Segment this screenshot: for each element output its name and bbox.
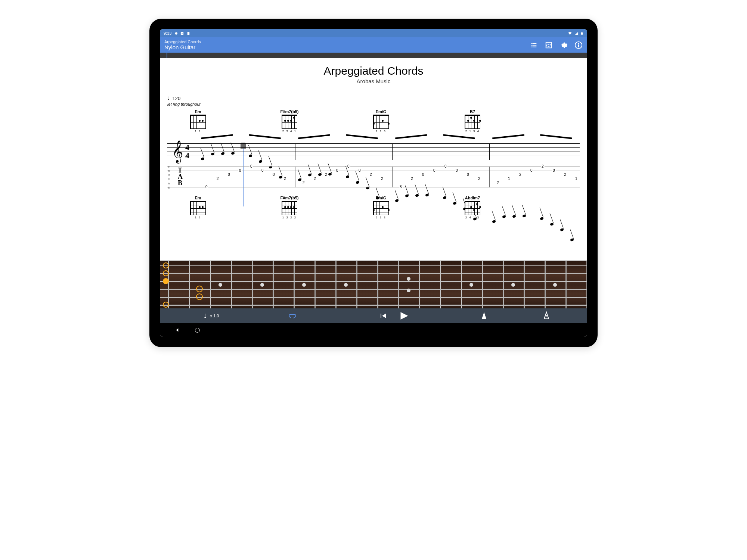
back-icon[interactable] [175, 327, 180, 333]
standard-staff: 𝄞 4 4 document.write((function(){let s='… [167, 143, 580, 160]
svg-rect-8 [578, 44, 579, 47]
play-icon[interactable] [398, 310, 409, 321]
chord-icon[interactable]: C7 [545, 41, 553, 49]
tab-fret-number: 0 [444, 164, 447, 168]
tab-fret-number: 1 [507, 177, 511, 181]
tab-fret-number: 2 [302, 181, 306, 185]
tab-fret-number: 0 [358, 168, 362, 172]
battery-icon [580, 31, 583, 36]
chord-diagram: Em/G 2 1 3 [370, 109, 392, 133]
tab-fret-number: 0 [227, 172, 231, 177]
app-bar-subtitle: Nylon Guitar [164, 44, 201, 50]
string-labels: EBGDAE [168, 165, 170, 190]
tab-fret-number: 0 [433, 168, 436, 172]
progress-strip[interactable] [160, 53, 587, 58]
clipboard-icon [186, 31, 190, 35]
loop-icon[interactable] [288, 311, 297, 320]
tab-fret-number: 0 [466, 172, 470, 177]
tab-fret-number: 2 [283, 177, 287, 181]
settings-icon[interactable] [560, 41, 568, 49]
tab-staff: EBGDAE TAB 02000002222000223200000221202… [167, 167, 580, 187]
tablet-frame: 9:33 A Arpeggiated Chords Nylon Guitar C… [149, 19, 598, 347]
instruction-text: let ring throughout [167, 102, 580, 106]
previous-icon[interactable] [378, 311, 387, 320]
app-bar-title: Arpeggiated Chords [164, 40, 201, 44]
chord-diagram: F#m7(b5) 2 3 4 1 [278, 109, 301, 133]
tab-fret-number: 0 [249, 164, 253, 168]
tab-fret-number: 0 [205, 185, 208, 189]
svg-point-7 [578, 43, 579, 44]
tempo-marking: ♩=120 [167, 96, 580, 101]
tab-fret-number: 2 [563, 172, 567, 177]
tab-fret-number: 2 [324, 172, 328, 177]
screen: 9:33 A Arpeggiated Chords Nylon Guitar C… [160, 29, 587, 337]
chord-row-1: Em 1 2 F#m7(b5) 2 3 4 1 Em/G 2 1 3 B7 2 … [167, 109, 580, 133]
chord-diagram: Abdim7 2 4 1 3 [461, 196, 484, 219]
tab-fret-number: 2 [380, 177, 384, 181]
tab-fret-number: 0 [335, 168, 339, 172]
metronome-icon[interactable] [480, 311, 489, 320]
info-icon[interactable] [574, 41, 583, 49]
progress-marker [167, 53, 167, 58]
chord-diagram: Em/G 2 1 3 [370, 196, 392, 219]
tab-fret-number: 0 [455, 168, 459, 172]
tab-fret-number: 0 [421, 172, 425, 177]
svg-rect-3 [582, 32, 582, 32]
app-bar: Arpeggiated Chords Nylon Guitar C7 [160, 37, 587, 53]
tab-fret-number: 2 [541, 164, 545, 168]
chord-diagram: Em 1 2 [187, 196, 209, 219]
badge-icon: A [180, 31, 184, 35]
gear-icon [174, 31, 178, 35]
tab-fret-number: 0 [261, 168, 264, 172]
score-artist: Arobas Music [167, 78, 580, 84]
fretboard-view[interactable]: document.write((function(){ let s=''; le… [160, 261, 587, 308]
home-icon[interactable] [195, 328, 200, 333]
score-area[interactable]: Arpeggiated Chords Arobas Music ♩=120 le… [160, 58, 587, 261]
wifi-icon [567, 31, 573, 35]
android-nav-bar [160, 323, 587, 337]
tab-fret-number: 2 [518, 172, 522, 177]
svg-text:C7: C7 [546, 43, 551, 47]
playback-speed: x 1.0 [210, 314, 219, 318]
countdown-icon[interactable] [542, 311, 551, 320]
treble-clef-icon: 𝄞 [172, 140, 183, 163]
tab-fret-number: 0 [272, 172, 276, 177]
tab-fret-number: 0 [238, 168, 242, 172]
tab-fret-number: 3 [399, 185, 403, 189]
tab-fret-number: 2 [477, 177, 481, 181]
tab-fret-number: 0 [552, 168, 556, 172]
chord-diagram: B7 2 1 3 4 [461, 109, 484, 133]
tab-fret-number: 2 [410, 177, 414, 181]
tab-fret-number: 0 [530, 168, 533, 172]
status-bar: 9:33 A [160, 29, 587, 37]
signal-icon [574, 31, 579, 35]
tempo-control[interactable]: ♩ x 1.0 [171, 312, 252, 320]
chord-diagram: Em 1 2 [187, 109, 209, 133]
chord-diagram: F#m7(b5) 1 2 2 2 [278, 196, 301, 219]
score-title: Arpeggiated Chords [167, 65, 580, 77]
tab-fret-number: 2 [216, 177, 220, 181]
tab-fret-number: 2 [369, 172, 373, 177]
chord-row-2: Em 1 2 F#m7(b5) 1 2 2 2 Em/G 2 1 3 Abdim… [167, 196, 580, 219]
tab-fret-number: 0 [347, 164, 350, 168]
tab-clef-icon: TAB [178, 167, 183, 186]
svg-text:A: A [182, 32, 183, 34]
tab-fret-number: 2 [496, 181, 500, 185]
tab-fret-number: 2 [313, 177, 317, 181]
tracks-icon[interactable] [530, 41, 538, 49]
svg-rect-2 [581, 32, 583, 34]
time-signature: 4 4 [185, 143, 189, 160]
status-time: 9:33 [164, 31, 171, 35]
notation-system: 𝄞 4 4 document.write((function(){let s='… [167, 143, 580, 187]
tab-fret-number: 1 [574, 177, 578, 181]
playback-bar: ♩ x 1.0 [160, 308, 587, 323]
